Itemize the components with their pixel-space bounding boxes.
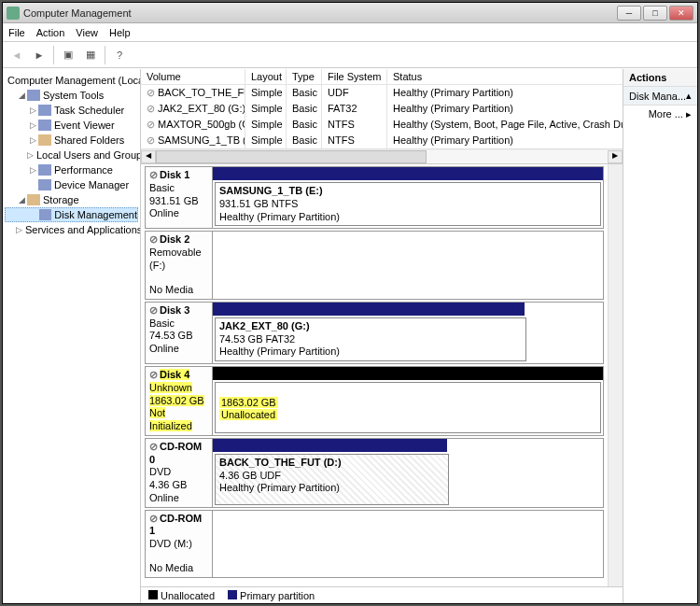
horizontal-scrollbar[interactable]: ◀▶ bbox=[141, 148, 623, 163]
minimize-button[interactable]: ─ bbox=[617, 6, 641, 21]
menu-file[interactable]: File bbox=[8, 27, 25, 38]
partition[interactable]: BACK_TO_THE_FUT (D:)4.36 GB UDFHealthy (… bbox=[215, 454, 449, 505]
storage-icon bbox=[27, 194, 40, 205]
properties-button[interactable]: ▦ bbox=[80, 45, 101, 65]
tree-root[interactable]: Computer Management (Local bbox=[5, 73, 138, 88]
actions-more[interactable]: More ... ▸ bbox=[623, 106, 697, 123]
volume-list[interactable]: Volume Layout Type File System Status BA… bbox=[141, 69, 623, 164]
col-status[interactable]: Status bbox=[387, 69, 623, 84]
tree-local-users[interactable]: ▷Local Users and Groups bbox=[5, 148, 138, 162]
partition-unallocated[interactable]: 1863.02 GBUnallocated bbox=[215, 382, 601, 433]
legend-unallocated-swatch bbox=[148, 590, 158, 599]
window-title: Computer Management bbox=[23, 7, 617, 19]
volume-row[interactable]: BACK_TO_THE_FUT (D:)SimpleBasicUDFHealth… bbox=[141, 85, 623, 101]
volume-row[interactable]: MAXTOR_500gb (C:)SimpleBasicNTFSHealthy … bbox=[141, 117, 623, 133]
tree-performance[interactable]: ▷Performance bbox=[5, 162, 138, 177]
help-button[interactable]: ? bbox=[109, 45, 130, 65]
cdrom-0[interactable]: CD-ROM 0DVD4.36 GBOnline BACK_TO_THE_FUT… bbox=[145, 438, 604, 508]
main-content: Volume Layout Type File System Status BA… bbox=[141, 69, 623, 603]
legend-primary-swatch bbox=[228, 590, 237, 599]
tree-task-scheduler[interactable]: ▷Task Scheduler bbox=[5, 103, 138, 118]
tree-system-tools[interactable]: ◢System Tools bbox=[5, 88, 138, 103]
tree-disk-management[interactable]: Disk Management bbox=[5, 207, 138, 222]
tree-storage[interactable]: ◢Storage bbox=[5, 192, 138, 207]
disk-icon bbox=[39, 209, 52, 220]
disk-header[interactable]: Disk 1Basic931.51 GBOnline bbox=[146, 167, 213, 228]
close-button[interactable]: ✕ bbox=[669, 6, 693, 21]
disk-graphical-view: Disk 1Basic931.51 GBOnline SAMSUNG_1_TB … bbox=[141, 164, 623, 586]
partition-bar bbox=[213, 439, 447, 452]
device-icon bbox=[38, 179, 51, 190]
col-type[interactable]: Type bbox=[287, 69, 322, 84]
event-icon bbox=[38, 120, 51, 131]
cdrom-1[interactable]: CD-ROM 1DVD (M:)No Media bbox=[145, 510, 604, 579]
back-button[interactable]: ◄ bbox=[7, 45, 27, 65]
separator bbox=[53, 46, 54, 64]
collapse-icon[interactable]: ▴ bbox=[686, 90, 692, 102]
actions-pane: Actions Disk Mana...▴ More ... ▸ bbox=[623, 69, 697, 603]
disk-header[interactable]: Disk 4Unknown1863.02 GBNot Initialized bbox=[146, 367, 213, 435]
actions-disk-management[interactable]: Disk Mana...▴ bbox=[623, 87, 697, 106]
app-icon bbox=[7, 7, 20, 20]
vertical-scrollbar[interactable] bbox=[608, 164, 623, 586]
perf-icon bbox=[38, 164, 51, 176]
disk-3[interactable]: Disk 3Basic74.53 GBOnline JAK2_EXT_80 (G… bbox=[145, 302, 604, 364]
menubar: File Action View Help bbox=[3, 23, 697, 42]
disk-2[interactable]: Disk 2Removable (F:)No Media bbox=[145, 231, 604, 300]
nav-tree[interactable]: Computer Management (Local ◢System Tools… bbox=[3, 69, 141, 603]
scroll-right-icon[interactable]: ▶ bbox=[608, 150, 623, 163]
expand-icon[interactable]: ▷ bbox=[27, 106, 38, 115]
scheduler-icon bbox=[38, 105, 51, 116]
volume-header[interactable]: Volume Layout Type File System Status bbox=[141, 69, 623, 85]
unallocated-bar bbox=[213, 367, 603, 380]
partition[interactable]: JAK2_EXT_80 (G:)74.53 GB FAT32Healthy (P… bbox=[215, 317, 526, 361]
expand-icon[interactable]: ▷ bbox=[27, 120, 38, 130]
collapse-icon[interactable]: ◢ bbox=[16, 195, 27, 204]
tree-device-manager[interactable]: Device Manager bbox=[5, 177, 138, 192]
tools-icon bbox=[27, 90, 40, 101]
partition-bar bbox=[213, 167, 603, 180]
tree-event-viewer[interactable]: ▷Event Viewer bbox=[5, 118, 138, 133]
col-layout[interactable]: Layout bbox=[245, 69, 287, 84]
tree-shared-folders[interactable]: ▷Shared Folders bbox=[5, 133, 138, 148]
separator bbox=[105, 46, 105, 64]
titlebar[interactable]: Computer Management ─ □ ✕ bbox=[3, 3, 697, 23]
maximize-button[interactable]: □ bbox=[643, 6, 667, 21]
disk-header[interactable]: CD-ROM 0DVD4.36 GBOnline bbox=[146, 439, 213, 507]
menu-help[interactable]: Help bbox=[109, 27, 131, 38]
menu-action[interactable]: Action bbox=[36, 27, 65, 38]
computer-management-window: Computer Management ─ □ ✕ File Action Vi… bbox=[2, 2, 698, 604]
disk-1[interactable]: Disk 1Basic931.51 GBOnline SAMSUNG_1_TB … bbox=[145, 166, 604, 229]
col-volume[interactable]: Volume bbox=[141, 69, 245, 84]
partition-bar bbox=[213, 303, 525, 316]
col-filesystem[interactable]: File System bbox=[322, 69, 387, 84]
toolbar: ◄ ► ▣ ▦ ? bbox=[3, 42, 697, 68]
collapse-icon[interactable]: ◢ bbox=[16, 91, 27, 100]
tree-services[interactable]: ▷Services and Applications bbox=[5, 222, 138, 237]
scroll-thumb[interactable] bbox=[156, 150, 427, 163]
disk-header[interactable]: Disk 3Basic74.53 GBOnline bbox=[146, 303, 213, 363]
up-button[interactable]: ▣ bbox=[58, 45, 78, 65]
volume-row[interactable]: JAK2_EXT_80 (G:)SimpleBasicFAT32Healthy … bbox=[141, 101, 623, 117]
partition[interactable]: SAMSUNG_1_TB (E:)931.51 GB NTFSHealthy (… bbox=[215, 182, 601, 226]
forward-button[interactable]: ► bbox=[29, 45, 49, 65]
disk-header[interactable]: CD-ROM 1DVD (M:)No Media bbox=[146, 511, 213, 578]
menu-view[interactable]: View bbox=[76, 27, 98, 38]
disk-header[interactable]: Disk 2Removable (F:)No Media bbox=[146, 232, 213, 299]
expand-icon[interactable]: ▷ bbox=[27, 135, 38, 145]
volume-row[interactable]: SAMSUNG_1_TB (E:)SimpleBasicNTFSHealthy … bbox=[141, 133, 623, 148]
actions-header: Actions bbox=[623, 69, 697, 87]
scroll-left-icon[interactable]: ◀ bbox=[141, 150, 156, 163]
expand-icon[interactable]: ▷ bbox=[16, 225, 22, 234]
expand-icon[interactable]: ▷ bbox=[27, 150, 34, 160]
expand-icon[interactable]: ▷ bbox=[27, 165, 38, 175]
disk-4[interactable]: Disk 4Unknown1863.02 GBNot Initialized 1… bbox=[145, 366, 604, 436]
legend: Unallocated Primary partition bbox=[141, 586, 623, 603]
folder-icon bbox=[38, 134, 51, 146]
body: Computer Management (Local ◢System Tools… bbox=[3, 68, 697, 603]
